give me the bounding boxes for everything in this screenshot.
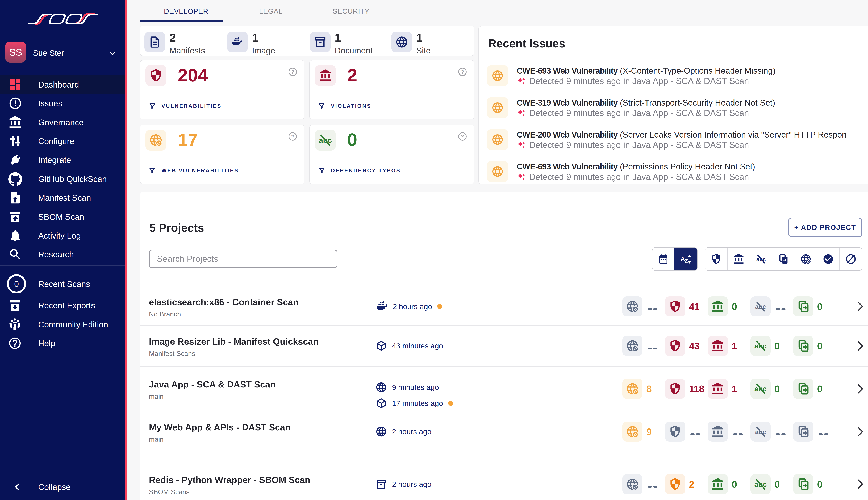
svg-text:?: ? [461, 69, 464, 75]
svg-text:Z: Z [684, 258, 688, 264]
svg-text:?: ? [291, 134, 294, 139]
svg-text:?: ? [291, 69, 294, 75]
svg-text:?: ? [461, 134, 464, 139]
svg-text:A: A [681, 255, 685, 262]
